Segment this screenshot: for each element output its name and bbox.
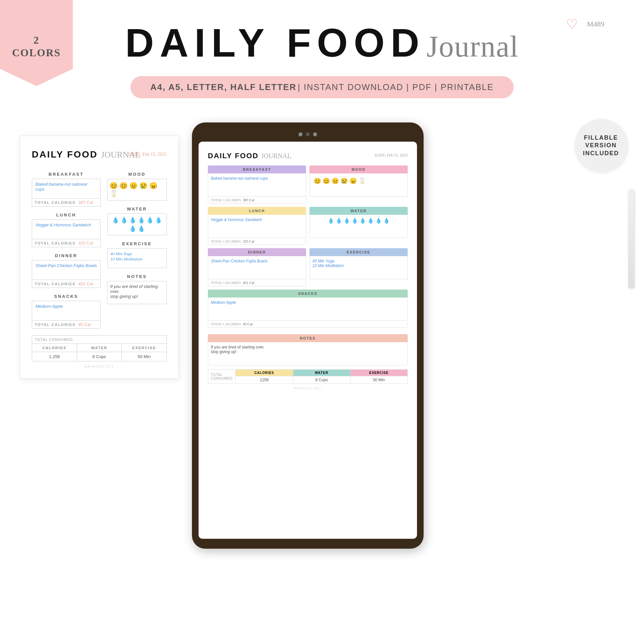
t-water-section: WATER 💧 💧 💧 💧 💧 💧 💧 💧: [309, 207, 408, 245]
t-snacks-item: Medium Apple: [211, 300, 405, 305]
exercise-item-1: 40 Min Yoga: [110, 251, 164, 256]
total-header: CALORIES WATER EXERCISE: [32, 344, 166, 352]
t-total-consumed: TOTALCONSUMED CALORIES 1258 WATER 8 Cups…: [208, 369, 408, 384]
mood-label: MOOD: [107, 172, 167, 177]
t-total-exercise-cell: EXERCISE 50 Min: [350, 370, 407, 384]
t-water-body: 💧 💧 💧 💧 💧 💧 💧 💧: [309, 215, 408, 238]
left-doc-date: DATE: Feb 15, 2025: [128, 152, 167, 157]
dinner-cal-value: 451 Cal: [78, 281, 93, 286]
notes-line2: stop giving up!: [110, 294, 164, 299]
snacks-cal-value: 95 Cal: [78, 322, 91, 327]
main-title: DAILY FOOD Journal: [0, 20, 644, 66]
dinner-item: Sheet-Pan Chicken Fajita Bowls: [35, 262, 97, 269]
drop-3: 💧: [129, 216, 136, 224]
t-dinner-cal: TOTAL CALORIES 451 Cal: [208, 279, 306, 286]
t-drop-8: 💧: [383, 217, 390, 224]
tablet-screen: DAILY FOOD JOURNAL DATE: Feb 15, 2025 BR…: [199, 142, 417, 539]
breakfast-section: BREAKFAST Baked banana-nut oatmeal cups …: [32, 172, 101, 207]
tablet-title-script: JOURNAL: [261, 152, 291, 160]
lunch-section: LUNCH Veggie & Hummus Sandwich TOTAL CAL…: [32, 212, 101, 247]
notes-label: NOTES: [107, 274, 167, 279]
t-mood-body: 😊 😊 😐 😢 😠 🥛: [309, 173, 408, 197]
tablet-doc-header: DAILY FOOD JOURNAL DATE: Feb 15, 2025: [208, 152, 408, 160]
t-drop-4: 💧: [351, 217, 358, 224]
water-section: WATER 💧 💧 💧 💧 💧 💧 💧 💧: [107, 207, 167, 235]
t-exercise-section: EXERCISE 40 Min Yoga 10 Min Meditation: [309, 248, 408, 286]
total-consumed-label: TOTAL CONSUMED: [32, 336, 166, 344]
snacks-cal-label: TOTAL CALORIES: [35, 323, 75, 327]
t-exercise-header: EXERCISE: [309, 248, 408, 256]
lunch-cal-label: TOTAL CALORIES: [35, 241, 75, 245]
total-water-header: WATER: [77, 344, 122, 352]
breakfast-cal-value: 387 Cal: [78, 200, 93, 205]
total-values: 1,258 8 Cups 50 Min: [32, 352, 166, 361]
t-breakfast-cal: TOTAL CALORIES 387 Cal: [208, 197, 306, 204]
breakfast-cal-label: TOTAL CALORIES: [35, 201, 75, 205]
lunch-item: Veggie & Hummus Sandwich: [35, 222, 97, 228]
drop-6: 💧: [155, 216, 162, 224]
t-total-exercise-val: 50 Min: [350, 376, 407, 384]
tablet-dot-3: [313, 132, 317, 136]
t-notes-line2: stop giving up!: [211, 349, 405, 354]
t-drop-2: 💧: [336, 217, 342, 224]
drop-7: 💧: [129, 225, 136, 232]
exercise-box: 40 Min Yoga 10 Min Meditation: [107, 248, 167, 268]
subtitle-bold: A4, A5, LETTER, HALF LETTER: [150, 82, 297, 92]
lunch-label: LUNCH: [32, 212, 101, 217]
dinner-box: Sheet-Pan Chicken Fajita Bowls: [32, 260, 101, 280]
t-total-water-header: WATER: [293, 370, 350, 376]
snacks-item: Medium Apple: [35, 303, 97, 309]
tablet-wrapper: DAILY FOOD JOURNAL DATE: Feb 15, 2025 BR…: [192, 122, 624, 549]
t-notes-line1: If you are tired of starting over,: [211, 345, 405, 349]
t-drop-6: 💧: [367, 217, 374, 224]
total-consumed: TOTAL CONSUMED CALORIES WATER EXERCISE 1…: [32, 335, 167, 361]
tablet-device: DAILY FOOD JOURNAL DATE: Feb 15, 2025 BR…: [192, 122, 424, 549]
title-script: Journal: [427, 29, 519, 64]
t-snacks-header: SNACKS: [208, 290, 408, 298]
snacks-label: SNACKS: [32, 294, 101, 299]
t-total-cal-val: 1258: [236, 376, 293, 384]
notes-section: NOTES If you are tired of starting over,…: [107, 274, 167, 304]
t-water-drops: 💧 💧 💧 💧 💧 💧 💧 💧: [312, 217, 405, 224]
t-dinner-header: DINNER: [208, 248, 306, 256]
dinner-section: DINNER Sheet-Pan Chicken Fajita Bowls TO…: [32, 253, 101, 288]
tablet-dot-2: [306, 132, 310, 136]
snacks-cal-row: TOTAL CALORIES 95 Cal: [32, 321, 101, 329]
t-total-cal-cell: CALORIES 1258: [236, 370, 293, 384]
t-notes-body: If you are tired of starting over, stop …: [208, 342, 408, 365]
drop-2: 💧: [120, 216, 128, 224]
t-drop-5: 💧: [359, 217, 366, 224]
dinner-cal-label: TOTAL CALORIES: [35, 282, 75, 286]
lunch-box: Veggie & Hummus Sandwich: [32, 219, 101, 239]
stylus: [628, 189, 634, 288]
t-watermark: MRSKEAT.NET: [208, 387, 408, 390]
t-drop-3: 💧: [344, 217, 350, 224]
t-exercise-item-2: 10 Min Meditation: [312, 263, 405, 268]
dinner-label: DINNER: [32, 253, 101, 258]
t-lunch-body: Veggie & Hummus Sandwich: [208, 215, 306, 238]
lunch-cal-row: TOTAL CALORIES 325 Cal: [32, 239, 101, 247]
tablet-dot-1: [299, 132, 302, 136]
breakfast-cal-row: TOTAL CALORIES 387 Cal: [32, 199, 101, 207]
t-dinner-body: Sheet-Pan Chicken Fajita Bowls: [208, 256, 306, 279]
left-doc-grid: BREAKFAST Baked banana-nut oatmeal cups …: [32, 166, 167, 329]
t-exercise-item-1: 40 Min Yoga: [312, 259, 405, 263]
t-snacks-section: SNACKS Medium Apple TOTAL CALORIES 95 Ca…: [208, 290, 408, 328]
tablet-dots: [199, 132, 417, 136]
mood-icons: 😊 😊 😐 😢 😠 🥛: [107, 179, 167, 201]
t-notes-header: NOTES: [208, 334, 408, 342]
dinner-cal-row: TOTAL CALORIES 451 Cal: [32, 280, 101, 288]
t-dinner-section: DINNER Sheet-Pan Chicken Fajita Bowls TO…: [208, 248, 306, 286]
t-lunch-header: LUNCH: [208, 207, 306, 215]
tablet-grid: BREAKFAST Baked banana-nut oatmeal cups …: [208, 165, 408, 331]
t-mood-icons: 😊 😊 😐 😢 😠 🥛: [312, 176, 405, 186]
title-bold: DAILY FOOD: [125, 20, 425, 66]
left-food-col: BREAKFAST Baked banana-nut oatmeal cups …: [32, 166, 101, 329]
t-dinner-item: Sheet-Pan Chicken Fajita Bowls: [211, 259, 303, 263]
t-breakfast-header: BREAKFAST: [208, 165, 306, 173]
total-exercise-header: EXERCISE: [122, 344, 166, 352]
exercise-label: EXERCISE: [107, 241, 167, 246]
total-cal-header: CALORIES: [32, 344, 77, 352]
breakfast-label: BREAKFAST: [32, 172, 101, 177]
notes-line1: If you are tired of starting over,: [110, 284, 164, 294]
